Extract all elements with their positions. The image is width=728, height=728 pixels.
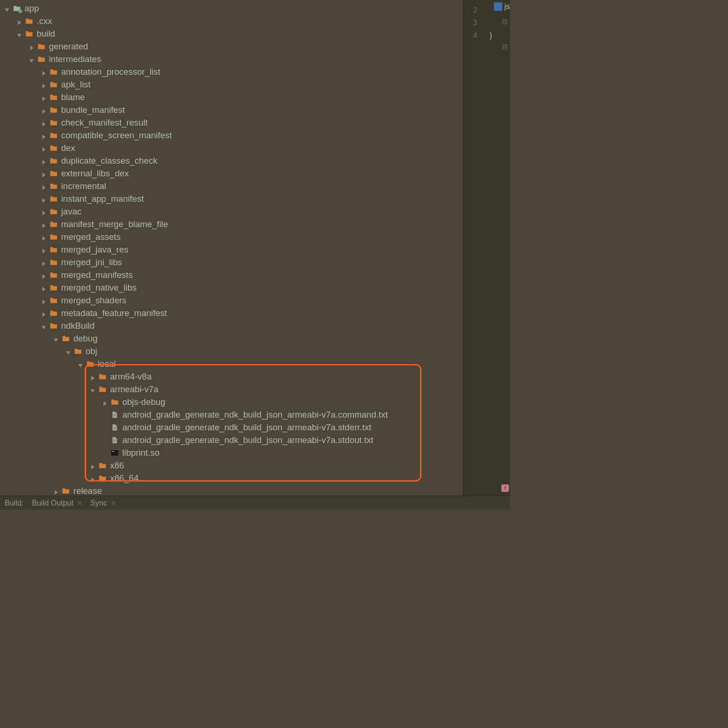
folder-icon — [49, 309, 58, 318]
folder-icon — [61, 334, 71, 343]
tree-item-release[interactable]: release — [0, 484, 463, 497]
fold-marker-icon[interactable]: ⊟ — [502, 15, 508, 28]
svg-marker-17 — [42, 223, 46, 228]
tree-item[interactable]: merged_java_res — [0, 243, 463, 256]
folder-icon — [110, 397, 119, 407]
svg-marker-23 — [42, 300, 46, 304]
chevron-right-icon — [89, 373, 96, 380]
build-output-tab[interactable]: Build Output ✕ — [28, 496, 87, 510]
binary-icon — [110, 448, 119, 458]
tree-item[interactable]: incremental — [0, 180, 463, 192]
chevron-right-icon — [102, 399, 108, 405]
tree-item-generated[interactable]: generated — [0, 40, 463, 53]
chevron-right-icon — [40, 145, 47, 151]
chevron-right-icon — [40, 196, 47, 202]
folder-icon — [98, 461, 107, 470]
tree-item[interactable]: bundle_manifest — [0, 103, 463, 116]
tree-item-objsdebug[interactable]: objs-debug — [0, 396, 463, 408]
tree-item-app[interactable]: app — [0, 2, 463, 15]
svg-rect-35 — [113, 428, 116, 428]
tree-item-x86_64[interactable]: x86_64 — [0, 472, 463, 484]
tree-item[interactable]: merged_jni_libs — [0, 256, 463, 269]
folder-icon — [49, 156, 58, 166]
tree-item[interactable]: blame — [0, 91, 463, 103]
chevron-right-icon — [40, 132, 47, 139]
tree-item-build[interactable]: build — [0, 27, 463, 40]
tree-item[interactable]: dex — [0, 142, 463, 154]
tree-item-armeabi[interactable]: armeabi-v7a — [0, 383, 463, 396]
editor-tab-label: js — [504, 2, 510, 11]
text-file-icon — [110, 423, 119, 432]
fold-marker-icon[interactable]: ⊟ — [502, 40, 508, 53]
editor-tab[interactable]: js — [494, 0, 510, 13]
chevron-right-icon — [53, 488, 59, 494]
tree-item[interactable]: merged_shaders — [0, 294, 463, 307]
tree-item-file[interactable]: android_gradle_generate_ndk_build_json_a… — [0, 408, 463, 421]
tree-item-file[interactable]: android_gradle_generate_ndk_build_json_a… — [0, 434, 463, 446]
svg-marker-29 — [91, 376, 95, 380]
tree-item-local[interactable]: local — [0, 357, 463, 370]
tree-item[interactable]: metadata_feature_manifest — [0, 307, 463, 319]
svg-marker-3 — [30, 46, 33, 50]
folder-icon — [49, 258, 58, 267]
folder-icon — [49, 143, 58, 153]
line-number: 3 — [463, 16, 477, 29]
chevron-right-icon — [40, 94, 47, 101]
tree-item[interactable]: instant_app_manifest — [0, 192, 463, 205]
tree-item-arm64[interactable]: arm64-v8a — [0, 370, 463, 383]
tree-item-file[interactable]: android_gradle_generate_ndk_build_json_a… — [0, 421, 463, 434]
sync-tab[interactable]: Sync ✕ — [87, 496, 120, 510]
folder-icon — [86, 359, 95, 369]
tree-item-cxx[interactable]: .cxx — [0, 15, 463, 27]
tree-item-obj[interactable]: obj — [0, 345, 463, 357]
chevron-right-icon — [89, 475, 96, 482]
folder-icon — [49, 67, 58, 77]
svg-marker-18 — [42, 236, 46, 241]
tree-label: metadata_feature_manifest — [61, 308, 167, 318]
close-icon[interactable]: ✕ — [111, 499, 117, 507]
js-file-icon — [494, 2, 502, 11]
svg-marker-12 — [42, 160, 46, 165]
tree-label: x86 — [110, 460, 124, 471]
svg-marker-14 — [42, 185, 46, 190]
svg-marker-2 — [17, 34, 22, 37]
chevron-down-icon — [28, 56, 35, 63]
tree-item-x86[interactable]: x86 — [0, 459, 463, 472]
tree-item[interactable]: external_libs_dex — [0, 167, 463, 180]
svg-marker-8 — [42, 109, 46, 114]
tree-label: bundle_manifest — [61, 105, 125, 115]
tree-item[interactable]: duplicate_classes_check — [0, 154, 463, 167]
tree-item-libprint[interactable]: libprint.so — [0, 446, 463, 459]
tree-item[interactable]: javac — [0, 205, 463, 218]
tree-item[interactable]: apk_list — [0, 78, 463, 91]
svg-marker-4 — [29, 59, 34, 63]
folder-icon — [61, 486, 71, 496]
tree-item-ndkbuild[interactable]: ndkBuild — [0, 319, 463, 332]
svg-marker-13 — [42, 173, 46, 177]
editor-panel: js 2 3 4 ⊟ } ⊟ f — [463, 0, 510, 510]
tree-label: apk_list — [61, 79, 91, 90]
tree-item[interactable]: annotation_processor_list — [0, 65, 463, 78]
tree-item[interactable]: manifest_merge_blame_file — [0, 218, 463, 230]
chevron-right-icon — [40, 107, 47, 113]
tree-item[interactable]: check_manifest_result — [0, 116, 463, 129]
tree-item[interactable]: compatible_screen_manifest — [0, 129, 463, 142]
tree-item[interactable]: merged_assets — [0, 230, 463, 243]
folder-icon — [37, 55, 46, 64]
tree-item[interactable]: merged_native_libs — [0, 281, 463, 294]
folder-icon — [37, 42, 46, 51]
folder-icon — [49, 105, 58, 115]
tree-item-intermediates[interactable]: intermediates — [0, 53, 463, 65]
folder-icon — [49, 296, 58, 305]
tree-item[interactable]: merged_manifests — [0, 269, 463, 281]
folder-icon — [49, 80, 58, 89]
close-icon[interactable]: ✕ — [77, 499, 83, 507]
tree-label: .cxx — [37, 16, 52, 26]
svg-marker-24 — [42, 312, 46, 317]
chevron-down-icon — [16, 31, 23, 37]
chevron-right-icon — [40, 221, 47, 228]
folder-icon — [98, 474, 107, 483]
folder-icon — [49, 118, 58, 127]
tree-item-debug[interactable]: debug — [0, 332, 463, 345]
chevron-right-icon — [16, 18, 23, 24]
